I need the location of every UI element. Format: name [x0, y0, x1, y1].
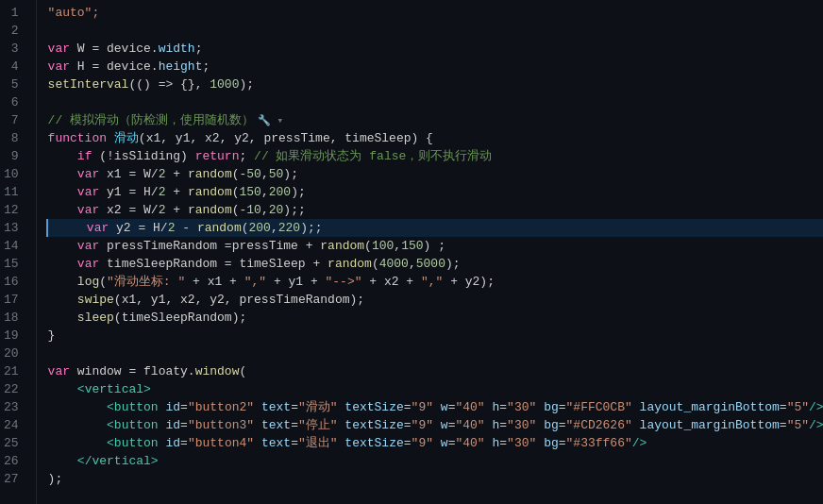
- token-xml-val: "5": [787, 400, 809, 414]
- token-plain: [48, 185, 77, 199]
- token-plain: =: [180, 418, 188, 432]
- token-str: ",": [244, 275, 266, 289]
- code-content[interactable]: "auto"; var W = device.width;var H = dev…: [37, 0, 823, 504]
- token-xml-attr: id: [165, 418, 180, 432]
- token-xml-val: "#FFC0CB": [566, 400, 632, 414]
- token-plain: [433, 418, 441, 432]
- token-plain: (!isSliding): [92, 149, 194, 163]
- token-plain: =: [499, 418, 507, 432]
- line-number: 26: [0, 452, 26, 470]
- token-plain: (() => {},: [128, 77, 210, 92]
- line-number: 15: [0, 255, 26, 273]
- token-plain: (-: [232, 167, 247, 181]
- token-num: 150: [401, 239, 423, 253]
- token-plain: H = device.: [70, 59, 159, 74]
- token-plain: [48, 239, 77, 253]
- token-xml-val: "button2": [188, 400, 254, 414]
- token-plain: =: [499, 400, 507, 414]
- token-xml-attr: bg: [544, 418, 559, 432]
- token-num: 4000: [379, 257, 409, 271]
- token-plain: =: [499, 436, 507, 450]
- token-plain: [48, 293, 77, 307]
- token-xml-attr: bg: [544, 400, 559, 414]
- token-xml-tag: </vertical>: [77, 454, 159, 468]
- code-line: </vertical>: [48, 452, 823, 470]
- token-plain: + x2 +: [362, 275, 421, 289]
- token-plain: [254, 400, 261, 414]
- line-number: 5: [0, 76, 26, 93]
- token-xml-tag: <button: [107, 418, 159, 432]
- token-plain: =: [180, 436, 188, 450]
- token-plain: y2 = H/: [109, 221, 167, 235]
- token-xml-val: "40": [455, 418, 484, 432]
- code-line: "auto";: [48, 4, 823, 22]
- token-plain: +: [165, 185, 187, 199]
- line-numbers: 1234567891011121314151617181920212223242…: [0, 0, 37, 504]
- token-plain: ,: [261, 167, 269, 181]
- token-xml-val: "button4": [188, 436, 254, 450]
- token-plain: + y2);: [443, 275, 495, 289]
- token-num: 100: [372, 239, 394, 253]
- token-num: 50: [269, 167, 284, 181]
- fold-icon[interactable]: 🔧 ▾: [258, 115, 283, 126]
- line-number: 8: [0, 129, 26, 147]
- token-plain: (: [242, 221, 249, 235]
- token-plain: );: [445, 257, 461, 271]
- token-plain: [632, 400, 640, 414]
- token-plain: -: [175, 221, 196, 235]
- token-xml-val: "30": [507, 418, 536, 432]
- token-kw: function: [48, 131, 107, 145]
- token-xml-attr: textSize: [344, 436, 403, 450]
- token-kw: var: [48, 59, 70, 74]
- token-kw: return: [195, 149, 240, 163]
- token-xml-tag: />: [809, 418, 823, 432]
- token-str: "-->": [326, 275, 362, 289]
- token-plain: ,: [261, 203, 269, 217]
- code-line: var y2 = H/2 - random(200,220);;: [46, 219, 823, 237]
- token-xml-val: "#CD2626": [566, 418, 632, 432]
- token-plain: y1 = H/: [99, 185, 158, 199]
- token-plain: );;: [300, 221, 322, 235]
- line-number: 16: [0, 273, 26, 291]
- token-plain: ;: [195, 42, 203, 56]
- token-fn2: window: [195, 364, 240, 378]
- code-line: <button id="button4" text="退出" textSize=…: [48, 434, 823, 452]
- token-plain: [48, 203, 77, 217]
- token-comment: // 如果滑动状态为 false，则不执行滑动: [254, 149, 492, 163]
- token-plain: [48, 400, 107, 414]
- token-plain: [48, 311, 77, 325]
- token-kw: var: [77, 167, 99, 181]
- token-plain: (: [239, 364, 246, 378]
- token-plain: [48, 167, 77, 181]
- token-fn2: setInterval: [48, 77, 129, 92]
- token-xml-attr: layout_marginBottom: [640, 400, 780, 414]
- token-kw: if: [77, 149, 92, 163]
- token-xml-val: "停止": [298, 418, 338, 432]
- token-plain: }: [48, 328, 56, 343]
- token-plain: );: [48, 472, 63, 486]
- token-plain: (: [99, 275, 107, 289]
- token-plain: [536, 400, 544, 414]
- token-plain: [48, 382, 77, 396]
- code-line: // 模拟滑动（防检测，使用随机数）🔧 ▾: [48, 111, 823, 129]
- token-prop: width: [159, 42, 195, 56]
- token-plain: );: [291, 185, 306, 199]
- code-line: var timeSleepRandom = timeSleep + random…: [48, 255, 823, 273]
- token-plain: ,: [271, 221, 278, 235]
- code-line: );: [48, 470, 823, 488]
- token-fn2: sleep: [77, 311, 114, 325]
- code-line: if (!isSliding) return; // 如果滑动状态为 false…: [48, 147, 823, 165]
- token-num: 5000: [416, 257, 445, 271]
- code-editor: 1234567891011121314151617181920212223242…: [0, 0, 823, 504]
- token-plain: (-: [232, 203, 247, 217]
- token-plain: [536, 436, 544, 450]
- line-number: 17: [0, 291, 26, 309]
- line-number: 6: [0, 93, 26, 111]
- token-plain: [107, 131, 114, 145]
- token-plain: =: [404, 400, 412, 414]
- token-xml-val: "40": [455, 436, 484, 450]
- line-number: 25: [0, 434, 26, 452]
- token-plain: pressTimeRandom =: [99, 239, 231, 253]
- token-xml-val: "button3": [188, 418, 254, 432]
- line-number: 13: [0, 219, 26, 237]
